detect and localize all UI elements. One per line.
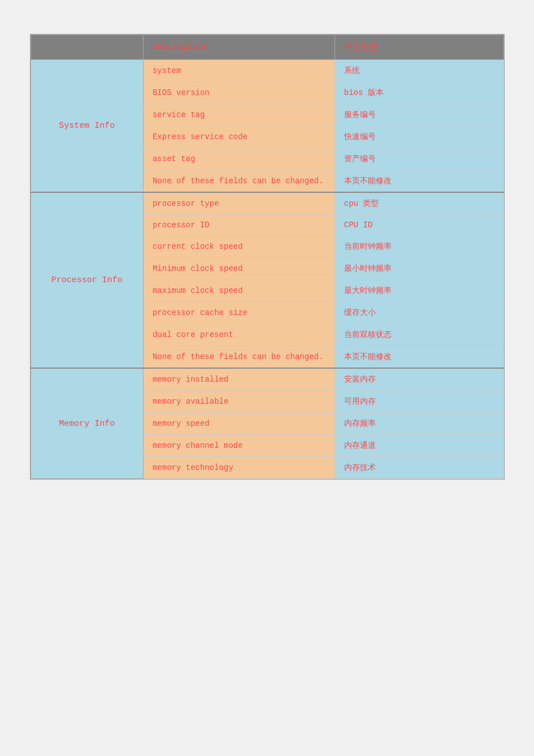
description-cell: Minimum clock speed [143,258,335,280]
table-body: System Infosystem系统BIOS versionbios 版本se… [31,60,503,479]
chinese-cell: 最大时钟频率 [335,280,503,302]
chinese-cell: 当前双核状态 [335,324,503,346]
category-cell: Processor Info [31,192,143,368]
category-cell: Memory Info [31,368,143,479]
description-cell: BIOS version [143,82,335,104]
description-cell: Express service code [143,126,335,148]
description-cell: memory channel mode [143,435,335,457]
description-cell: system [143,60,335,82]
description-cell: service tag [143,104,335,126]
chinese-cell: 安装内存 [335,368,503,391]
header-description-cell: Description [143,35,335,60]
chinese-cell: 资产编号 [335,148,503,170]
info-table: Description 中文对照 System Infosystem系统BIOS… [31,34,504,479]
description-cell: memory speed [143,413,335,435]
main-table-container: Description 中文对照 System Infosystem系统BIOS… [30,34,505,479]
chinese-cell: 缓存大小 [335,302,503,324]
description-cell: current clock speed [143,236,335,258]
category-cell: System Info [31,60,143,193]
chinese-cell: 当前时钟频率 [335,236,503,258]
description-cell: maximum clock speed [143,280,335,302]
description-cell: asset tag [143,148,335,170]
chinese-cell: 最小时钟频率 [335,258,503,280]
description-cell: memory installed [143,368,335,391]
description-cell: memory available [143,391,335,413]
chinese-cell: 服务编号 [335,104,503,126]
chinese-cell: 本页不能修改 [335,170,503,193]
chinese-cell: 内存技术 [335,457,503,479]
header-chinese-cell: 中文对照 [335,35,503,60]
chinese-cell: 本页不能修改 [335,346,503,369]
description-cell: None of these fields can be changed. [143,170,335,193]
description-cell: memory technology [143,457,335,479]
description-cell: None of these fields can be changed. [143,346,335,369]
table-row: Memory Infomemory installed安装内存 [31,368,503,391]
chinese-cell: cpu 类型 [335,192,503,215]
chinese-cell: 快速编号 [335,126,503,148]
table-row: Processor Infoprocessor typecpu 类型 [31,192,503,215]
description-cell: processor cache size [143,302,335,324]
chinese-cell: CPU ID [335,215,503,236]
description-cell: processor ID [143,215,335,236]
description-cell: dual core present [143,324,335,346]
chinese-cell: bios 版本 [335,82,503,104]
description-cell: processor type [143,192,335,215]
table-header-row: Description 中文对照 [31,35,503,60]
table-row: System Infosystem系统 [31,60,503,82]
chinese-cell: 系统 [335,60,503,82]
chinese-cell: 内存频率 [335,413,503,435]
chinese-cell: 内存通道 [335,435,503,457]
header-category-cell [31,35,143,60]
chinese-cell: 可用内存 [335,391,503,413]
